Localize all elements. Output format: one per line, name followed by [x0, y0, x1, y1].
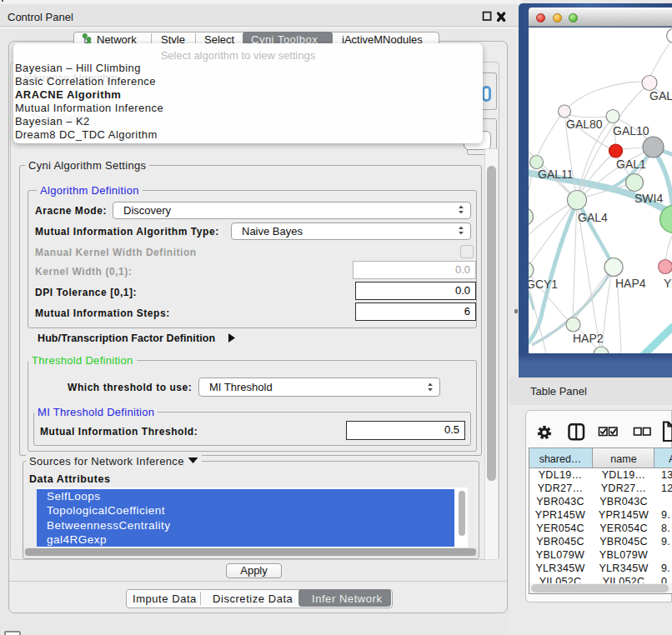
svg-text:GAL1: GAL1: [616, 158, 646, 171]
svg-text:GAL11: GAL11: [538, 168, 574, 181]
svg-text:HAP4: HAP4: [615, 277, 646, 290]
svg-text:GAL10: GAL10: [613, 124, 649, 138]
svg-text:YP: YP: [664, 277, 672, 290]
svg-text:SWI4: SWI4: [634, 192, 663, 205]
svg-text:GAL4: GAL4: [578, 211, 608, 224]
svg-text:HAP2: HAP2: [573, 332, 604, 345]
svg-text:GAL80: GAL80: [566, 118, 603, 131]
svg-text:GCY1: GCY1: [529, 278, 558, 291]
svg-text:GAL7: GAL7: [649, 89, 672, 102]
